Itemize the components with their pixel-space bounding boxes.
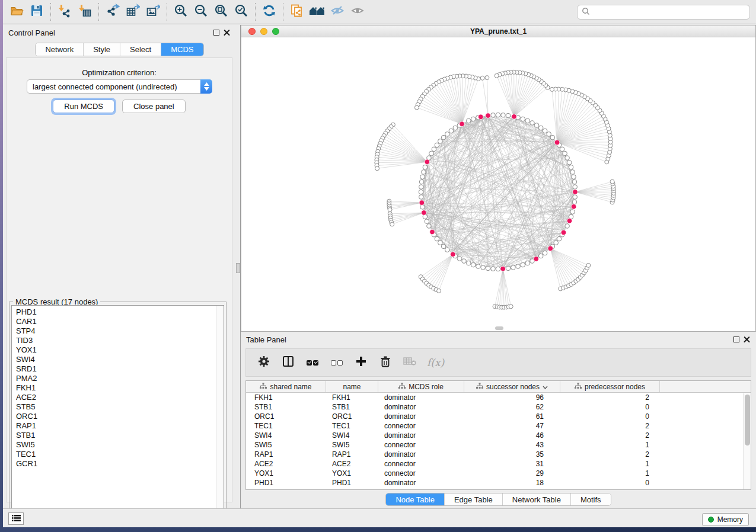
home-button[interactable] (310, 4, 325, 20)
zoom-out-button[interactable] (193, 4, 209, 20)
tab-select[interactable]: Select (120, 43, 161, 56)
tab-mcds[interactable]: MCDS (161, 43, 203, 56)
open-file-button[interactable] (9, 4, 24, 20)
create-column-button[interactable] (354, 355, 368, 370)
table-row[interactable]: SWI5SWI5connector431 (246, 440, 751, 450)
list-item[interactable]: SRD1 (16, 364, 224, 374)
table-cell[interactable]: 62 (464, 403, 560, 411)
list-item[interactable]: ACE2 (16, 393, 224, 402)
table-cell[interactable]: 43 (464, 441, 560, 449)
refresh-layout-button[interactable] (261, 4, 277, 20)
table-cell[interactable]: FKH1 (246, 393, 326, 402)
function-builder-button[interactable]: f(x) (427, 355, 444, 370)
tab-style[interactable]: Style (84, 43, 120, 56)
table-row[interactable]: FKH1FKH1dominator962 (246, 393, 751, 402)
duplicate-network-button[interactable] (289, 4, 305, 20)
table-settings-button[interactable] (257, 355, 271, 370)
export-table-button[interactable] (125, 4, 141, 20)
show-column-panel-button[interactable] (281, 355, 295, 370)
table-cell[interactable]: STB1 (246, 403, 326, 411)
list-item[interactable]: ORC1 (16, 412, 224, 421)
table-cell[interactable]: dominator (378, 412, 464, 421)
table-cell[interactable]: 2 (560, 393, 660, 402)
export-network-button[interactable] (105, 4, 120, 20)
table-cell[interactable]: SWI4 (246, 431, 326, 440)
table-cell[interactable]: YOX1 (326, 469, 378, 477)
table-row[interactable]: ACE2ACE2connector311 (246, 459, 751, 469)
table-cell[interactable]: STB1 (326, 403, 378, 411)
table-cell[interactable]: 61 (464, 412, 560, 421)
table-cell[interactable]: ORC1 (326, 412, 378, 421)
list-item[interactable]: SWI4 (16, 355, 224, 364)
column-header-predecessor-nodes[interactable]: predecessor nodes (560, 381, 660, 392)
list-item[interactable]: STB1 (16, 431, 224, 440)
memory-button[interactable]: Memory (702, 513, 749, 526)
table-cell[interactable]: 0 (560, 479, 660, 487)
table-cell[interactable]: PHD1 (326, 479, 378, 487)
save-session-button[interactable] (29, 4, 44, 20)
table-cell[interactable]: 31 (464, 460, 560, 468)
table-cell[interactable]: 18 (464, 479, 560, 487)
table-cell[interactable]: YOX1 (246, 469, 326, 477)
list-item[interactable]: PMA2 (16, 374, 224, 383)
table-cell[interactable]: 0 (560, 403, 660, 411)
float-panel-icon[interactable] (733, 336, 739, 342)
table-cell[interactable]: 29 (464, 469, 560, 477)
table-cell[interactable]: SWI5 (326, 441, 378, 449)
table-cell[interactable]: ACE2 (326, 460, 378, 468)
list-item[interactable]: FKH1 (16, 383, 224, 393)
list-item[interactable]: STB5 (16, 402, 224, 412)
list-item[interactable]: YOX1 (16, 345, 224, 355)
tab-motifs[interactable]: Motifs (571, 493, 611, 505)
import-network-button[interactable] (57, 4, 72, 20)
table-cell[interactable]: ORC1 (246, 412, 326, 421)
table-row[interactable]: TEC1TEC1connector472 (246, 421, 751, 431)
table-cell[interactable]: 2 (560, 450, 660, 459)
table-cell[interactable]: 35 (464, 450, 560, 459)
table-row[interactable]: PHD1PHD1dominator180 (246, 478, 751, 488)
table-cell[interactable]: dominator (378, 403, 464, 411)
close-panel-icon[interactable] (744, 336, 750, 343)
table-cell[interactable]: connector (378, 441, 464, 449)
tab-network[interactable]: Network (36, 43, 84, 56)
close-panel-icon[interactable] (224, 30, 230, 36)
delete-column-button[interactable] (378, 355, 393, 370)
column-header-shared-name[interactable]: shared name (246, 381, 326, 392)
table-cell[interactable]: 0 (560, 412, 660, 421)
search-field[interactable] (577, 5, 750, 20)
table-cell[interactable]: RAP1 (326, 450, 378, 459)
list-item[interactable]: STP4 (16, 326, 224, 336)
table-cell[interactable]: 96 (464, 393, 560, 402)
table-cell[interactable]: 1 (560, 469, 660, 477)
run-mcds-button[interactable]: Run MCDS (53, 100, 114, 113)
table-cell[interactable]: dominator (378, 450, 464, 459)
table-cell[interactable]: connector (378, 422, 464, 430)
column-header-successor-nodes[interactable]: successor nodes (464, 381, 560, 392)
table-cell[interactable]: dominator (378, 479, 464, 487)
tab-network-table[interactable]: Network Table (503, 493, 571, 505)
table-cell[interactable]: 47 (464, 422, 560, 430)
delete-table-button[interactable] (403, 355, 417, 370)
list-item[interactable]: GCR1 (16, 459, 224, 469)
table-row[interactable]: STB1STB1dominator620 (246, 402, 751, 412)
table-cell[interactable]: RAP1 (246, 450, 326, 459)
export-image-button[interactable] (145, 4, 161, 20)
table-cell[interactable]: SWI5 (246, 441, 326, 449)
column-header-MCDS-role[interactable]: MCDS role (378, 381, 464, 392)
table-row[interactable]: RAP1RAP1dominator352 (246, 450, 751, 459)
network-hscrollbar[interactable] (495, 326, 503, 330)
table-cell[interactable]: 2 (560, 422, 660, 430)
list-item[interactable]: CAR1 (16, 317, 224, 326)
search-input[interactable] (591, 8, 749, 17)
table-cell[interactable]: TEC1 (246, 422, 326, 430)
zoom-fit-button[interactable] (213, 4, 229, 20)
table-cell[interactable]: 46 (464, 431, 560, 440)
zoom-selected-button[interactable] (234, 4, 249, 20)
list-item[interactable]: TID3 (16, 336, 224, 345)
table-cell[interactable]: connector (378, 469, 464, 477)
tab-edge-table[interactable]: Edge Table (445, 493, 503, 505)
table-cell[interactable]: 1 (560, 441, 660, 449)
table-cell[interactable]: PHD1 (246, 479, 326, 487)
deselect-all-button[interactable] (330, 355, 344, 370)
table-cell[interactable]: ACE2 (246, 460, 326, 468)
